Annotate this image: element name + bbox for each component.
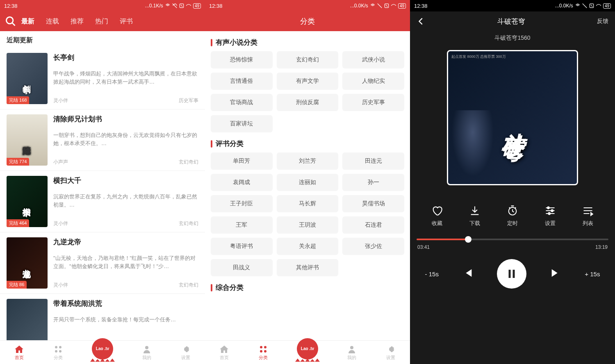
favorite-button[interactable]: 收藏 bbox=[431, 205, 443, 227]
timer-button[interactable]: 定时 bbox=[507, 205, 518, 227]
category-chip[interactable]: 王玥波 bbox=[277, 216, 339, 234]
book-category: 玄幻奇幻 bbox=[179, 282, 198, 289]
status-net: ...0.0K/s bbox=[350, 3, 368, 9]
nav-home[interactable]: 首页 bbox=[14, 344, 24, 361]
book-item[interactable]: 横扫大千完结 464 横扫大千 沉寂的世界正在复苏，九州之内，大乾统御八百年，乱… bbox=[0, 171, 205, 232]
category-chip[interactable]: 袁阔成 bbox=[211, 174, 273, 191]
next-button[interactable] bbox=[550, 267, 561, 280]
svg-point-15 bbox=[547, 207, 549, 209]
search-icon[interactable] bbox=[5, 16, 16, 27]
progress-thumb[interactable] bbox=[465, 236, 472, 243]
category-chip[interactable]: 言情通俗 bbox=[211, 73, 273, 90]
book-title: 横扫大千 bbox=[53, 176, 198, 185]
page-title: 分类 bbox=[210, 16, 405, 26]
nav-category[interactable]: 分类 bbox=[53, 344, 63, 361]
category-chip[interactable]: 孙一 bbox=[342, 174, 404, 191]
feedback-button[interactable]: 反馈 bbox=[597, 18, 608, 25]
progress-fill bbox=[417, 239, 468, 240]
category-chip[interactable]: 粤语评书 bbox=[211, 238, 273, 255]
pause-icon bbox=[506, 268, 518, 280]
category-chip[interactable]: 关永超 bbox=[277, 238, 339, 255]
category-chip[interactable]: 石连君 bbox=[342, 216, 404, 234]
prev-button[interactable] bbox=[462, 267, 474, 280]
book-desc: "山无棱，天地合，乃敢与君绝！"红颜一笑，站在了世界的对立面。"他朝金鳞化龙日，… bbox=[53, 254, 198, 279]
nav-center-logo[interactable]: Lao .tv bbox=[297, 338, 318, 359]
book-list[interactable]: 近期更新 长亭剑完结 168 长亭剑 甲午战争，烽烟四起，大清国神州大地风雨飘摇… bbox=[0, 31, 205, 340]
time-total: 13:19 bbox=[595, 244, 608, 250]
nav-settings[interactable]: 设置 bbox=[181, 344, 191, 361]
skip-back-button[interactable]: - 15s bbox=[425, 271, 439, 278]
svg-point-16 bbox=[551, 210, 553, 212]
category-section-header: 评书分类 bbox=[211, 132, 404, 152]
download-button[interactable]: 下载 bbox=[469, 205, 481, 227]
book-desc: 沉寂的世界正在复苏，九州之内，大乾统御八百年，乱象已然初显。… bbox=[53, 193, 198, 218]
category-chip[interactable]: 连丽如 bbox=[277, 174, 339, 191]
category-chip[interactable]: 田战义 bbox=[211, 259, 273, 276]
svg-point-9 bbox=[264, 346, 266, 348]
svg-rect-19 bbox=[513, 270, 515, 278]
book-item[interactable]: 长亭剑完结 168 长亭剑 甲午战争，烽烟四起，大清国神州大地风雨飘摇，在日本意… bbox=[0, 48, 205, 109]
nav-mine[interactable]: 我的 bbox=[347, 344, 357, 361]
category-content[interactable]: 有声小说分类恐怖惊悚玄幻奇幻武侠小说言情通俗有声文学人物纪实官场商战刑侦反腐历史… bbox=[205, 31, 410, 340]
book-category: 历史军事 bbox=[179, 97, 198, 104]
category-chip[interactable]: 其他评书 bbox=[277, 259, 339, 276]
book-cover: 清除师兄完结 774 bbox=[7, 114, 48, 166]
category-chip[interactable]: 历史军事 bbox=[342, 94, 404, 111]
settings-button[interactable]: 设置 bbox=[544, 205, 556, 227]
category-chip[interactable]: 刑侦反腐 bbox=[277, 94, 339, 111]
tab-latest[interactable]: 最新 bbox=[21, 17, 34, 26]
category-chip[interactable]: 人物纪实 bbox=[342, 73, 404, 90]
category-chip[interactable]: 百家讲坛 bbox=[211, 115, 273, 132]
book-item[interactable]: 九逆龙帝完结 86 九逆龙帝 "山无棱，天地合，乃敢与君绝！"红颜一笑，站在了世… bbox=[0, 232, 205, 294]
bottom-nav: 首页 分类 Lao .tv 我的 设置 bbox=[0, 340, 205, 364]
svg-point-4 bbox=[55, 350, 57, 353]
battery-level: 49 bbox=[193, 3, 201, 9]
category-chip[interactable]: 武侠小说 bbox=[342, 51, 404, 68]
book-desc: 开局只带一个系统，装备全靠抢！每完成一个任务… bbox=[53, 316, 198, 340]
book-title: 九逆龙帝 bbox=[53, 237, 198, 247]
pause-button[interactable] bbox=[497, 259, 526, 289]
book-author: 小声声 bbox=[53, 159, 68, 166]
svg-point-1 bbox=[7, 17, 13, 24]
book-author: 灵小伴 bbox=[53, 97, 68, 104]
category-chip[interactable]: 王军 bbox=[211, 216, 273, 234]
player-header: 斗破苍穹 反馈 bbox=[410, 11, 615, 31]
tab-recommend[interactable]: 推荐 bbox=[71, 17, 84, 26]
nav-category[interactable]: 分类 bbox=[258, 344, 268, 361]
status-bar: 12:38 ...0.0K/s 49 bbox=[410, 0, 615, 11]
category-chip[interactable]: 昊儒书场 bbox=[342, 195, 404, 212]
status-bar: 12:38 ...0.1K/s 49 bbox=[0, 0, 205, 11]
category-chip[interactable]: 田连元 bbox=[342, 152, 404, 170]
category-chip[interactable]: 刘兰芳 bbox=[277, 152, 339, 170]
category-chip[interactable]: 有声文学 bbox=[277, 73, 339, 90]
book-item[interactable]: 带着系统闹洪荒 开局只带一个系统，装备全靠抢！每完成一个任务… bbox=[0, 294, 205, 340]
svg-point-3 bbox=[59, 346, 61, 348]
nav-mine[interactable]: 我的 bbox=[142, 344, 152, 361]
category-chip[interactable]: 王子封臣 bbox=[211, 195, 273, 212]
time-current: 03:41 bbox=[417, 244, 430, 250]
svg-point-12 bbox=[350, 346, 353, 349]
category-chip[interactable]: 玄幻奇幻 bbox=[277, 51, 339, 68]
progress-bar[interactable] bbox=[417, 239, 608, 240]
category-chip[interactable]: 马长辉 bbox=[277, 195, 339, 212]
category-chip[interactable]: 官场商战 bbox=[211, 94, 273, 111]
book-item[interactable]: 清除师兄完结 774 清除师兄计划书 一朝穿书，想到自己的炮灰身份，云无欢觉得如… bbox=[0, 109, 205, 171]
skip-fwd-button[interactable]: + 15s bbox=[585, 271, 600, 278]
svg-point-11 bbox=[264, 350, 266, 353]
tab-pingshu[interactable]: 评书 bbox=[120, 17, 133, 26]
playlist-button[interactable]: 列表 bbox=[582, 205, 594, 227]
status-net: ...0.1K/s bbox=[145, 3, 163, 9]
tab-hot[interactable]: 热门 bbox=[95, 17, 108, 26]
svg-point-10 bbox=[260, 350, 262, 353]
category-chip[interactable]: 张少佐 bbox=[342, 238, 404, 255]
status-icons bbox=[370, 3, 396, 9]
category-chip[interactable]: 单田芳 bbox=[211, 152, 273, 170]
tab-serial[interactable]: 连载 bbox=[46, 17, 59, 26]
nav-settings[interactable]: 设置 bbox=[386, 344, 396, 361]
category-chip[interactable]: 恐怖惊悚 bbox=[211, 51, 273, 68]
svg-point-17 bbox=[548, 213, 550, 215]
nav-home[interactable]: 首页 bbox=[219, 344, 229, 361]
album-art: 起点首发 8000万 总推荐票 300万 斗破苍穹 bbox=[447, 50, 578, 185]
back-icon[interactable] bbox=[417, 17, 426, 26]
nav-center-logo[interactable]: Lao .tv bbox=[92, 338, 113, 359]
